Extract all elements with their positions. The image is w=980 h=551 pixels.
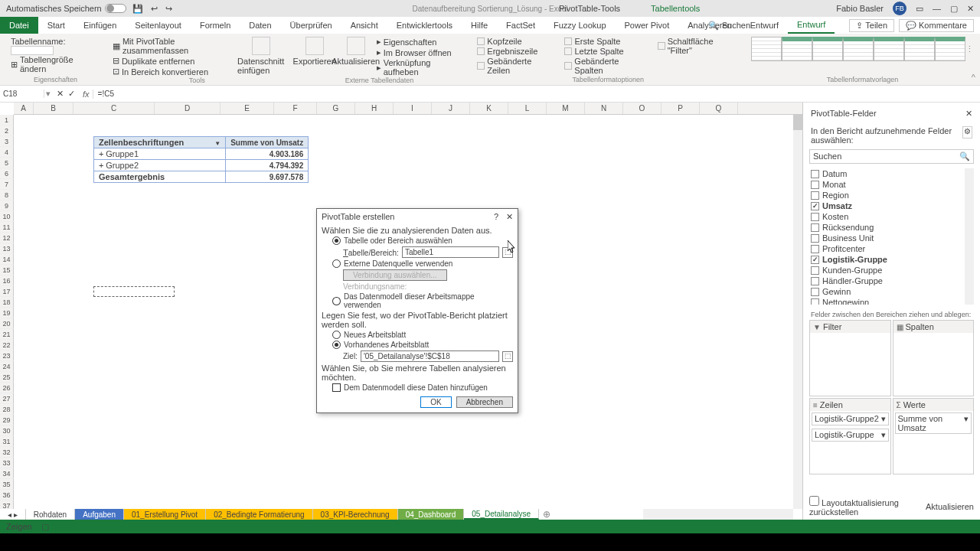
add-datamodel-check[interactable] xyxy=(332,383,341,392)
export-button[interactable]: Exportieren xyxy=(294,37,335,66)
unlink-button[interactable]: ▸ Verknüpfung aufheben xyxy=(377,58,466,77)
row-header-30[interactable]: 30 xyxy=(0,425,14,436)
sheet-tab-Aufgaben[interactable]: Aufgaben xyxy=(75,509,124,520)
update-button[interactable]: Aktualisieren xyxy=(926,502,974,511)
range-input[interactable]: Tabelle1 xyxy=(402,246,499,258)
fieldpane-gear-icon[interactable]: ⚙ xyxy=(962,126,972,139)
share-button[interactable]: ⇪Teilen xyxy=(849,19,894,32)
row-header-15[interactable]: 15 xyxy=(0,265,14,276)
row-header-8[interactable]: 8 xyxy=(0,190,14,201)
comments-button[interactable]: 💬Kommentare xyxy=(899,19,974,32)
row-header-11[interactable]: 11 xyxy=(0,222,14,233)
field-Logistik-Gruppe[interactable]: Logistik-Gruppe xyxy=(809,254,974,265)
table-style-7[interactable] xyxy=(935,37,965,61)
minimize-icon[interactable]: — xyxy=(933,4,941,13)
tab-review[interactable]: Überprüfen xyxy=(281,17,341,34)
tab-data[interactable]: Daten xyxy=(240,17,280,34)
summarize-pivot-button[interactable]: ▦ Mit PivotTable zusammenfassen xyxy=(113,37,240,55)
field-list[interactable]: DatumMonatRegionUmsatzKostenRücksendungB… xyxy=(809,168,974,305)
field-Profitcenter[interactable]: Profitcenter xyxy=(809,243,974,254)
col-header-I[interactable]: I xyxy=(394,103,432,114)
sheet-tab-02_Bedingte Formatierung[interactable]: 02_Bedingte Formatierung xyxy=(206,509,312,520)
col-header-Q[interactable]: Q xyxy=(700,103,738,114)
tab-view[interactable]: Ansicht xyxy=(341,17,387,34)
row-header-21[interactable]: 21 xyxy=(0,329,14,340)
field-Umsatz[interactable]: Umsatz xyxy=(809,201,974,211)
tab-fuzzy[interactable]: Fuzzy Lookup xyxy=(544,17,615,34)
table-style-6[interactable] xyxy=(904,37,935,61)
field-Kunden-Gruppe[interactable]: Kunden-Gruppe xyxy=(809,265,974,276)
table-style-1[interactable] xyxy=(751,37,782,61)
fx-icon[interactable]: fx xyxy=(80,90,93,99)
tab-design2[interactable]: Entwurf xyxy=(788,17,835,34)
table-style-5[interactable] xyxy=(874,37,904,61)
ok-button[interactable]: OK xyxy=(420,396,451,408)
col-header-D[interactable]: D xyxy=(155,103,220,114)
row-header-10[interactable]: 10 xyxy=(0,211,14,222)
row-header-34[interactable]: 34 xyxy=(0,468,14,479)
row-header-16[interactable]: 16 xyxy=(0,276,14,286)
collapse-ribbon-icon[interactable]: ^ xyxy=(972,73,975,82)
field-Business Unit[interactable]: Business Unit xyxy=(809,233,974,243)
cancel-formula-icon[interactable]: ✕ xyxy=(57,89,64,99)
field-Monat[interactable]: Monat xyxy=(809,179,974,190)
pivot-table[interactable]: Zellenbeschriftungen▼Summe von Umsatz + … xyxy=(93,136,309,183)
field-Rücksendung[interactable]: Rücksendung xyxy=(809,222,974,233)
ribbon-options-icon[interactable]: ▭ xyxy=(916,4,923,14)
horizontal-scrollbar[interactable] xyxy=(643,509,793,520)
col-header-E[interactable]: E xyxy=(220,103,274,114)
row-header-23[interactable]: 23 xyxy=(0,350,14,361)
defer-layout-check[interactable]: Layoutaktualisierung zurückstellen xyxy=(809,496,926,517)
field-search-input[interactable]: Suchen🔍 xyxy=(809,149,974,164)
location-input[interactable]: '05_Detailanalyse'!$C$18 xyxy=(361,350,499,362)
row-header-1[interactable]: 1 xyxy=(0,115,14,126)
field-Händler-Gruppe[interactable]: Händler-Gruppe xyxy=(809,276,974,286)
slicer-button[interactable]: Datenschnitt einfügen xyxy=(240,37,282,75)
row-header-20[interactable]: 20 xyxy=(0,318,14,329)
tab-powerpivot[interactable]: Power Pivot xyxy=(616,17,679,34)
dropdown-icon[interactable]: ▾ xyxy=(881,430,886,440)
cancel-button[interactable]: Abbrechen xyxy=(456,396,513,408)
row-header-4[interactable]: 4 xyxy=(0,147,14,158)
resize-table-button[interactable]: ⊞ Tabellengröße ändern xyxy=(11,55,100,73)
namebox-dropdown-icon[interactable]: ▾ xyxy=(44,89,52,99)
row-header-22[interactable]: 22 xyxy=(0,340,14,350)
enter-formula-icon[interactable]: ✓ xyxy=(68,89,75,99)
row-header-33[interactable]: 33 xyxy=(0,458,14,468)
tab-start[interactable]: Start xyxy=(38,17,74,34)
undo-icon[interactable]: ↩ xyxy=(151,4,158,14)
zone-rows[interactable]: ≡ Zeilen Logistik-Gruppe2▾ Logistik-Grup… xyxy=(809,398,891,474)
close-pane-icon[interactable]: ✕ xyxy=(965,109,972,119)
field-Kosten[interactable]: Kosten xyxy=(809,211,974,222)
col-header-P[interactable]: P xyxy=(662,103,700,114)
dropdown-icon[interactable]: ▾ xyxy=(964,414,969,432)
field-Datum[interactable]: Datum xyxy=(809,168,974,179)
tablename-input[interactable] xyxy=(11,46,54,55)
tab-developer[interactable]: Entwicklertools xyxy=(387,17,462,34)
bandedcol-check[interactable] xyxy=(564,62,572,70)
row-header-28[interactable]: 28 xyxy=(0,404,14,415)
zone-filter[interactable]: ▼ Filter xyxy=(809,320,891,396)
search-input[interactable]: Suchen xyxy=(722,21,750,30)
tab-layout[interactable]: Seitenlayout xyxy=(126,17,191,34)
rowlabels-filter-icon[interactable]: ▼ xyxy=(214,140,220,147)
totalrow-check[interactable] xyxy=(477,47,485,55)
autosave-toggle[interactable] xyxy=(105,4,126,13)
row-header-13[interactable]: 13 xyxy=(0,243,14,254)
col-header-N[interactable]: N xyxy=(585,103,623,114)
row-header-2[interactable]: 2 xyxy=(0,126,14,136)
tab-insert[interactable]: Einfügen xyxy=(74,17,126,34)
row-header-7[interactable]: 7 xyxy=(0,179,14,190)
row-header-6[interactable]: 6 xyxy=(0,168,14,179)
headerrow-check[interactable] xyxy=(477,37,485,45)
macro-record-icon[interactable]: ▢ xyxy=(41,522,49,532)
row-header-14[interactable]: 14 xyxy=(0,254,14,265)
col-header-F[interactable]: F xyxy=(274,103,317,114)
tab-formulas[interactable]: Formeln xyxy=(191,17,240,34)
lastcol-check[interactable] xyxy=(564,47,572,55)
row-header-17[interactable]: 17 xyxy=(0,286,14,297)
name-box[interactable]: C18 xyxy=(0,90,44,98)
props-button[interactable]: ▸ Eigenschaften xyxy=(377,37,466,47)
maximize-icon[interactable]: ▢ xyxy=(950,4,958,14)
row-header-26[interactable]: 26 xyxy=(0,383,14,393)
